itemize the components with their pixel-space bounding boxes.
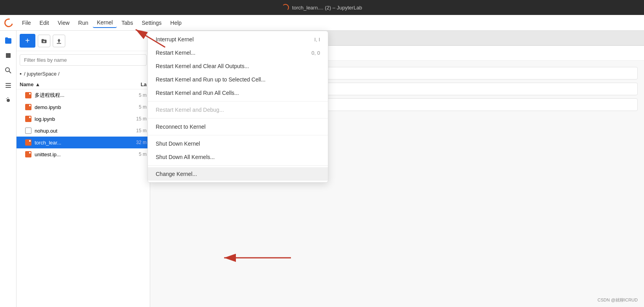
window-title: torch_learn.... (2) – JupyterLab	[292, 5, 362, 11]
svg-rect-5	[6, 87, 11, 88]
menu-item-shortcut: 0, 0	[311, 50, 320, 56]
app-logo	[3, 17, 14, 28]
filter-files-input[interactable]	[20, 54, 147, 66]
sidebar-search-icon[interactable]	[2, 64, 15, 77]
loading-spinner	[282, 4, 289, 11]
kernel-menu-item-change-kernel[interactable]: Change Kernel...	[148, 167, 328, 181]
kernel-dropdown-menu: Interrupt KernelI, IRestart Kernel...0, …	[147, 31, 328, 183]
kernel-menu-item-interrupt[interactable]: Interrupt KernelI, I	[148, 33, 328, 46]
menu-view[interactable]: View	[54, 18, 74, 28]
sidebar-files-icon[interactable]	[2, 34, 15, 47]
file-name: torch_lear...	[35, 140, 123, 146]
file-name: nohup.out	[35, 128, 123, 134]
logo-circle	[3, 17, 15, 28]
menu-item-label: Restart Kernel...	[156, 50, 195, 56]
kernel-menu-item-restart-clear[interactable]: Restart Kernel and Clear All Outputs...	[148, 59, 328, 73]
running-dot	[20, 141, 23, 144]
file-name: 多进程线程...	[35, 92, 123, 99]
menu-item-shortcut: I, I	[315, 37, 320, 43]
file-list-item[interactable]: log.ipynb15 m	[17, 113, 150, 125]
menu-file[interactable]: File	[18, 18, 35, 28]
menu-separator	[148, 165, 328, 166]
file-list-item[interactable]: demo.ipynb5 m	[17, 101, 150, 113]
kernel-menu-item-shutdown[interactable]: Shut Down Kernel	[148, 137, 328, 150]
menu-settings[interactable]: Settings	[138, 18, 166, 28]
svg-line-2	[9, 71, 11, 73]
breadcrumb: ▪ / jupyterSpace /	[17, 69, 150, 80]
menu-item-label: Interrupt Kernel	[156, 36, 194, 43]
file-list-item[interactable]: 多进程线程...5 m	[17, 89, 150, 101]
file-last-modified: 5 m	[123, 152, 147, 157]
menu-item-label: Restart Kernel and Clear All Outputs...	[156, 63, 249, 69]
svg-rect-3	[6, 83, 11, 84]
file-last-modified: 5 m	[123, 92, 147, 98]
menu-help[interactable]: Help	[166, 18, 186, 28]
file-type-icon	[24, 139, 32, 146]
menu-item-label: Restart Kernel and Run up to Selected Ce…	[156, 76, 265, 83]
sidebar-stop-icon[interactable]	[2, 49, 15, 62]
file-table-header: Name ▲ La	[17, 80, 150, 89]
file-last-modified: 15 m	[123, 128, 147, 133]
file-name: log.ipynb	[35, 116, 123, 122]
upload-button[interactable]	[53, 35, 65, 47]
notebook-icon	[25, 116, 31, 122]
dot-placeholder	[20, 94, 23, 97]
menu-separator	[148, 101, 328, 102]
svg-rect-0	[6, 53, 11, 58]
file-type-icon	[24, 150, 32, 158]
menu-run[interactable]: Run	[74, 18, 92, 28]
file-list-item[interactable]: unittest.ip...5 m	[17, 148, 150, 160]
menu-item-label: Shut Down All Kernels...	[156, 154, 215, 160]
file-list-item[interactable]: nohup.out15 m	[17, 125, 150, 137]
kernel-menu-item-restart-run-selected[interactable]: Restart Kernel and Run up to Selected Ce…	[148, 73, 328, 86]
file-list-item[interactable]: torch_lear...32 m	[17, 137, 150, 148]
file-name: demo.ipynb	[35, 104, 123, 110]
menu-item-label: Reconnect to Kernel	[156, 124, 206, 130]
kernel-menu-item-reconnect[interactable]: Reconnect to Kernel	[148, 120, 328, 133]
svg-rect-4	[6, 85, 11, 86]
file-list: 多进程线程...5 mdemo.ipynb5 mlog.ipynb15 mnoh…	[17, 89, 150, 307]
breadcrumb-folder-icon: ▪	[20, 70, 22, 77]
kernel-menu-item-shutdown-all[interactable]: Shut Down All Kernels...	[148, 150, 328, 164]
dot-placeholder	[20, 117, 23, 120]
col-last-header[interactable]: La	[123, 81, 147, 87]
menu-item-label: Change Kernel...	[156, 171, 197, 177]
col-name-header[interactable]: Name ▲	[20, 81, 123, 87]
dot-placeholder	[20, 129, 23, 132]
file-type-icon	[24, 115, 32, 123]
sidebar-list-icon[interactable]	[2, 79, 15, 92]
file-panel-toolbar: +	[17, 31, 150, 51]
watermark: CSDN @就聊ICRUD	[598, 297, 638, 303]
menu-edit[interactable]: Edit	[36, 18, 53, 28]
file-last-modified: 32 m	[123, 140, 147, 145]
kernel-menu-item-restart[interactable]: Restart Kernel...0, 0	[148, 46, 328, 59]
kernel-menu-item-restart-run-all[interactable]: Restart Kernel and Run All Cells...	[148, 86, 328, 100]
menu-bar: File Edit View Run Kernel Tabs Settings …	[0, 15, 644, 31]
new-plus-icon: +	[25, 36, 30, 45]
breadcrumb-path: / jupyterSpace /	[24, 71, 59, 77]
file-type-icon	[24, 103, 32, 111]
file-browser-panel: + ▪ / jupyterSpace / Name ▲ La 多进程线程...5…	[17, 31, 150, 307]
svg-rect-8	[57, 43, 61, 44]
notebook-icon	[25, 139, 31, 146]
new-launcher-button[interactable]: +	[20, 34, 35, 48]
file-type-icon	[24, 91, 32, 99]
menu-tabs[interactable]: Tabs	[118, 18, 137, 28]
menu-item-label: Restart Kernel and Debug...	[156, 107, 224, 113]
kernel-menu-item-restart-debug: Restart Kernel and Debug...	[148, 103, 328, 117]
dot-placeholder	[20, 105, 23, 109]
menu-separator	[148, 135, 328, 135]
new-folder-button[interactable]	[38, 35, 50, 47]
notebook-icon	[25, 92, 31, 98]
title-bar: torch_learn.... (2) – JupyterLab	[0, 0, 644, 15]
menu-kernel[interactable]: Kernel	[93, 18, 116, 28]
menu-item-label: Shut Down Kernel	[156, 141, 200, 147]
icon-sidebar	[0, 31, 17, 307]
file-type-icon	[24, 127, 32, 135]
notebook-icon	[25, 151, 31, 157]
svg-point-1	[6, 68, 9, 72]
notebook-icon	[25, 104, 31, 110]
sidebar-extensions-icon[interactable]	[2, 94, 15, 107]
menu-separator	[148, 118, 328, 118]
file-last-modified: 5 m	[123, 104, 147, 110]
